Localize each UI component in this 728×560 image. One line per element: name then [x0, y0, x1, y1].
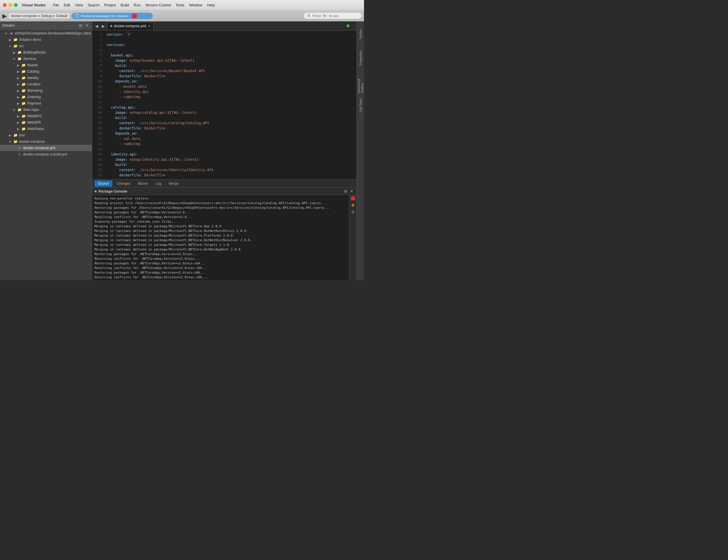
- tree-item-catalog[interactable]: ▶ 📁 Catalog: [0, 68, 92, 75]
- tree-arrow: ▶: [16, 115, 20, 118]
- status-pill: Restoring packages for solution...: [72, 13, 153, 19]
- rs-unit-tests[interactable]: Unit Tests: [357, 94, 364, 117]
- breadcrumb-1[interactable]: docker-compose: [11, 14, 37, 18]
- console-line: Merging in runtimes defined in package/M…: [94, 229, 347, 234]
- tree-item-webmvc[interactable]: ▶ 📁 WebMVC: [0, 113, 92, 119]
- breadcrumb-3[interactable]: Default: [56, 14, 67, 18]
- sidebar-header-icons: ⊞ ✕: [78, 23, 90, 28]
- menu-tools[interactable]: Tools: [173, 2, 187, 8]
- menu-view[interactable]: View: [72, 2, 85, 8]
- tree-item-webstatus[interactable]: ▶ 📁 WebStatus: [0, 126, 92, 132]
- traffic-lights: [3, 3, 18, 7]
- tree-item-web-apps[interactable]: ▼ 📁 Web Apps: [0, 107, 92, 113]
- console-close-button[interactable]: ✕: [349, 189, 354, 194]
- console-right-icons: ◆ ⊕: [349, 195, 356, 280]
- sidebar-close-button[interactable]: ✕: [84, 23, 90, 28]
- tree-item-docker-compose.ci.build.yml[interactable]: ≡ docker-compose.ci.build.yml: [0, 151, 92, 158]
- tree-label: WebStatus: [27, 127, 44, 131]
- btab-changes[interactable]: Changes: [113, 181, 134, 187]
- tree-item-services[interactable]: ▼ 📁 Services: [0, 56, 92, 62]
- minimize-button[interactable]: [8, 3, 12, 7]
- rs-document-outline[interactable]: Document Outline: [357, 70, 364, 93]
- btab-source[interactable]: Source: [94, 181, 112, 187]
- maximize-button[interactable]: [14, 3, 18, 7]
- tree-item-buildingblocks[interactable]: ▶ 📁 BuildingBlocks: [0, 49, 92, 56]
- tree-arrow: ▼: [8, 140, 12, 143]
- console-pin-icon[interactable]: ⊕: [350, 209, 356, 214]
- folder-icon: 📁: [13, 133, 18, 138]
- run-button[interactable]: ▶: [2, 12, 7, 19]
- console-stop-icon[interactable]: [351, 196, 355, 200]
- editor-content: 1234567891011121314151617181920212223242…: [92, 31, 356, 179]
- tree-item-marketing[interactable]: ▶ 📁 Marketing: [0, 87, 92, 94]
- console-line: Resolving conflicts for .NETCoreApp,Vers…: [94, 257, 347, 261]
- console-line: Merging in runtimes defined in package/M…: [94, 247, 347, 252]
- line-numbers: 1234567891011121314151617181920212223242…: [92, 31, 104, 179]
- tab-prev-button[interactable]: ◀: [93, 23, 100, 30]
- tree-item-src[interactable]: ▼ 📁 src: [0, 43, 92, 49]
- tree-arrow: ▶: [16, 64, 20, 67]
- sidebar: Solution ⊞ ✕ ▼ ◈ eShopOnContainers-Servi…: [0, 21, 92, 280]
- search-input[interactable]: [312, 14, 356, 18]
- breadcrumb-bar: docker-compose ▶ Debug ▶ Default: [8, 13, 70, 19]
- menu-run[interactable]: Run: [131, 2, 143, 8]
- btab-merge[interactable]: Merge: [165, 181, 182, 187]
- console-line: Merging in runtimes defined in package/M…: [94, 234, 347, 238]
- tree-item-docker-compose.yml[interactable]: ≡ docker-compose.yml: [0, 145, 92, 151]
- rs-properties[interactable]: Properties: [357, 46, 364, 70]
- console-line: Restoring packages for .NETCoreApp,Versi…: [94, 210, 347, 215]
- tree-arrow: ▼: [4, 32, 8, 35]
- sidebar-add-button[interactable]: ⊞: [78, 23, 83, 28]
- editor-console-area: ◀ ▶ ■ docker-compose.yml ✕ 1234567891011…: [92, 21, 356, 280]
- tree-item-payment[interactable]: ▶ 📁 Payment: [0, 100, 92, 107]
- console-maximize-button[interactable]: ⊞: [343, 189, 348, 194]
- console-line: Resolving conflicts for .NETCoreApp,Vers…: [94, 215, 347, 220]
- search-bar[interactable]: ⌘: [304, 12, 362, 19]
- console-line: Running non-parallel restore.: [94, 196, 347, 201]
- tab-close-button[interactable]: ✕: [148, 24, 151, 28]
- tab-bar: ◀ ▶ ■ docker-compose.yml ✕: [92, 21, 356, 31]
- right-sidebar: Toolbox Properties Document Outline Unit…: [356, 21, 364, 280]
- solution-icon: ◈: [9, 31, 14, 36]
- menu-search[interactable]: Search: [85, 2, 102, 8]
- menu-versioncontrol[interactable]: Version Control: [143, 2, 173, 8]
- tree-label: Location: [27, 82, 40, 86]
- rs-toolbox[interactable]: Toolbox: [357, 23, 364, 46]
- tab-next-button[interactable]: ▶: [100, 23, 107, 30]
- tree-item-ordering[interactable]: ▶ 📁 Ordering: [0, 94, 92, 100]
- console-warning-icon[interactable]: ◆: [350, 202, 356, 207]
- folder-icon: 📁: [21, 76, 26, 80]
- menu-edit[interactable]: Edit: [61, 2, 72, 8]
- tree-label: WebSPA: [27, 121, 41, 125]
- tab-yml-icon: ■: [110, 24, 112, 28]
- console-header: ■ Package Console ⊞ ✕: [92, 188, 356, 195]
- tree-item-identity[interactable]: ▶ 📁 Identity: [0, 75, 92, 81]
- btab-log[interactable]: Log: [152, 181, 165, 187]
- breadcrumb-2[interactable]: Debug: [41, 14, 52, 18]
- menu-build[interactable]: Build: [118, 2, 131, 8]
- console-line: Resolving conflicts for .NETCoreApp,Vers…: [94, 266, 347, 271]
- menu-help[interactable]: Help: [205, 2, 217, 8]
- tree-item-basket[interactable]: ▶ 📁 Basket: [0, 62, 92, 68]
- btab-blame[interactable]: Blame: [134, 181, 151, 187]
- tree-item-eshoponcontainers-servicesandwebapps-(dev)[interactable]: ▼ ◈ eShopOnContainers-ServicesAndWebApps…: [0, 30, 92, 37]
- stop-button[interactable]: [132, 14, 137, 18]
- menu-file[interactable]: File: [51, 2, 61, 8]
- menu-project[interactable]: Project: [102, 2, 118, 8]
- bottom-tabs: Source Changes Blame Log Merge: [92, 179, 356, 187]
- tree-item-webspa[interactable]: ▶ 📁 WebSPA: [0, 119, 92, 126]
- tree-arrow: ▶: [16, 83, 20, 86]
- menu-window[interactable]: Window: [187, 2, 205, 8]
- tree-arrow: ▶: [8, 38, 12, 41]
- tree-item-docker-compose[interactable]: ▼ 📁 docker-compose: [0, 138, 92, 145]
- titlebar: Visual Studio File Edit View Search Proj…: [0, 0, 364, 10]
- folder-icon: 📁: [17, 56, 22, 61]
- tree-arrow: ▼: [8, 45, 12, 48]
- code-area[interactable]: version: '3' services: basket.api: image…: [104, 31, 356, 179]
- tab-docker-compose[interactable]: ■ docker-compose.yml ✕: [107, 22, 154, 30]
- tree-item-test[interactable]: ▶ 📁 test: [0, 132, 92, 138]
- close-button[interactable]: [3, 3, 7, 7]
- tree-arrow: ▶: [16, 121, 20, 124]
- tree-item-solution-items[interactable]: ▶ 📁 Solution Items: [0, 37, 92, 43]
- tree-item-location[interactable]: ▶ 📁 Location: [0, 81, 92, 87]
